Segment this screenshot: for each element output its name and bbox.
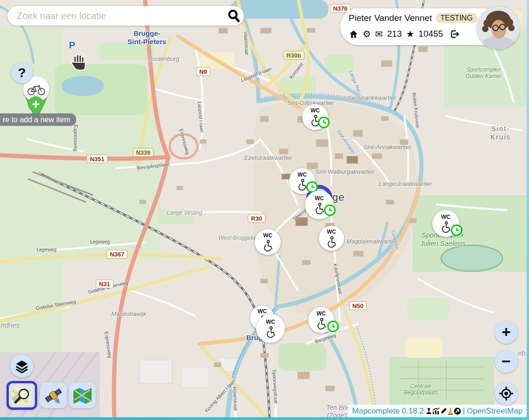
bicycle-icon — [27, 83, 46, 96]
opening-hours-clock-badge — [451, 224, 463, 236]
wheelchair-icon — [264, 326, 277, 338]
app-version-link[interactable]: Mapcomplete 0.18.2 — [352, 407, 424, 416]
statistics-icon — [432, 407, 440, 414]
plus-icon: + — [502, 324, 511, 340]
changesets-star-icon: ★ — [406, 29, 414, 39]
layers-button[interactable] — [10, 354, 33, 378]
basemap-satellite-button[interactable] — [40, 382, 67, 408]
road-ref-badge: N351 — [86, 155, 107, 164]
satellite-icon — [44, 386, 63, 405]
messages-mail-icon[interactable]: ✉ — [375, 29, 383, 39]
road-ref-badge: N50 — [349, 302, 367, 310]
attribution-separator: | — [463, 407, 465, 416]
tooltip-text: re to add a new item — [3, 116, 70, 124]
attribution-bar: Mapcomplete 0.18.2 | OpenStreetMap — [348, 405, 526, 417]
toilet-marker[interactable]: WC — [255, 229, 281, 255]
statue-icon — [448, 407, 453, 415]
user-avatar[interactable] — [477, 7, 520, 49]
search-icon — [227, 9, 241, 23]
community-icon — [426, 407, 432, 414]
road-ref-badge: R30 — [248, 214, 265, 223]
opening-hours-clock-badge — [318, 117, 330, 128]
osm-copyright-icon — [454, 407, 461, 415]
wheelchair-icon — [325, 236, 338, 248]
marker-wc-label: WC — [263, 233, 272, 238]
wheelchair-icon — [313, 202, 326, 215]
marker-wc-label: WC — [441, 214, 450, 220]
location-search-bar — [7, 6, 244, 26]
messages-count: 213 — [387, 29, 402, 39]
map-canvas[interactable]: Brugge- Sint-PietersRustenburgSint-Gilli… — [0, 0, 529, 420]
road-ref-badge: N367 — [106, 250, 127, 259]
marker-wc-label: WC — [298, 172, 307, 177]
geolocate-button[interactable] — [495, 382, 518, 405]
road-ref-badge: R30b — [283, 51, 304, 60]
toilet-marker[interactable]: WC — [289, 168, 315, 194]
toilet-marker[interactable]: WC — [256, 314, 285, 343]
opening-hours-clock-badge — [327, 321, 339, 332]
bottom-edge-strip — [0, 417, 529, 420]
attribution-icons — [426, 407, 461, 415]
crosshair-icon — [499, 386, 514, 401]
toilet-marker[interactable]: WC — [319, 226, 344, 251]
layers-icon — [15, 359, 29, 373]
basemap-osm-button[interactable] — [7, 381, 37, 410]
toilet-marker[interactable]: WC — [302, 104, 328, 130]
road-ref-badge: N339 — [132, 148, 153, 157]
marker-wc-label: WC — [311, 108, 320, 113]
marker-wc-label: WC — [315, 196, 324, 201]
osm-carto-icon — [12, 386, 32, 405]
changesets-count: 10455 — [418, 29, 443, 39]
opening-hours-clock-badge — [324, 204, 336, 216]
osm-link[interactable]: OpenStreetMap — [467, 407, 522, 416]
zoom-in-button[interactable]: + — [495, 321, 518, 344]
user-name[interactable]: Pieter Vander Vennet — [349, 13, 432, 23]
logout-icon[interactable] — [449, 29, 460, 39]
add-plus-icon: + — [28, 96, 44, 112]
home-icon[interactable] — [349, 29, 358, 39]
basemap-map-button[interactable] — [69, 382, 96, 408]
search-input[interactable] — [16, 10, 224, 22]
edit-pencil-icon — [440, 407, 447, 414]
marker-wc-label: WC — [266, 319, 275, 325]
add-item-tooltip: re to add a new item — [0, 113, 76, 126]
marker-wc-label: WC — [327, 229, 336, 235]
toilet-marker[interactable]: WC — [305, 190, 334, 219]
toilet-marker[interactable]: WC — [308, 307, 334, 333]
wheelchair-icon — [315, 317, 328, 330]
testing-badge: TESTING — [436, 13, 477, 23]
user-panel: Pieter Vander Vennet TESTING ⚙ ✉ 213 ★ 1… — [340, 8, 494, 45]
wheelchair-icon — [440, 221, 452, 233]
search-button[interactable] — [224, 6, 244, 26]
minus-icon: − — [502, 353, 511, 369]
road-ref-badge: N9 — [196, 67, 211, 76]
road-ref-badge: N31 — [96, 280, 113, 289]
folded-map-icon — [73, 386, 92, 405]
help-button[interactable]: ? — [11, 62, 33, 84]
settings-gear-icon[interactable]: ⚙ — [363, 29, 371, 39]
help-question-mark: ? — [18, 66, 26, 80]
drag-hand-cursor — [71, 53, 87, 72]
toilet-marker[interactable]: WC — [432, 210, 459, 237]
marker-wc-label: WC — [317, 311, 326, 316]
zoom-out-button[interactable]: − — [495, 350, 518, 373]
marker-wc-label: WC — [258, 308, 267, 314]
right-edge-strip — [527, 0, 529, 420]
wheelchair-icon — [262, 239, 274, 252]
